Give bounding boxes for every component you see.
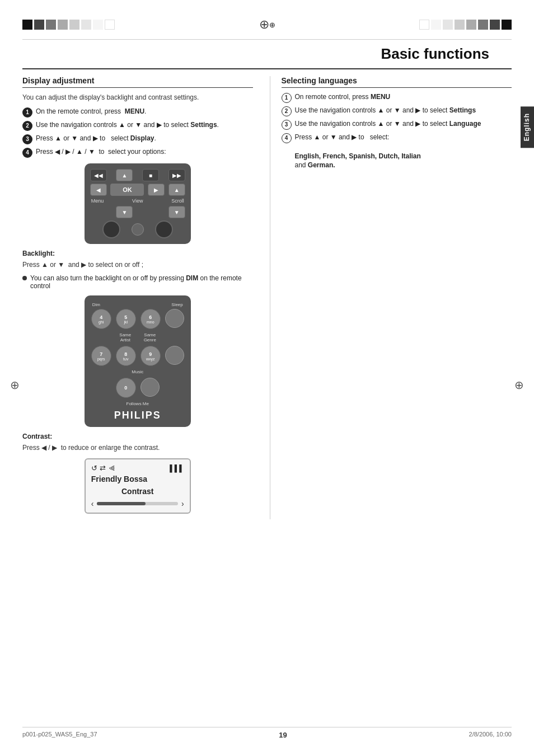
- step-4-num: 4: [22, 148, 32, 158]
- scroll-up-btn: ▲: [168, 184, 185, 196]
- key-0: 0: [116, 378, 136, 398]
- r-step-3-text: Use the navigation controls ▲ or ▼ and ▶…: [295, 119, 512, 129]
- step-4-text: Press ◀ / ▶ / ▲ / ▼ to select your optio…: [36, 147, 253, 157]
- stop-icon: ■: [149, 172, 152, 179]
- contrast-step-text: Press ◀ / ▶ to reduce or enlarge the con…: [22, 443, 253, 453]
- left-section-title: Display adjustment: [22, 76, 253, 88]
- same-artist-label: Same Artist: [115, 332, 135, 342]
- equalizer-icon: ⫷: [108, 464, 115, 472]
- left-section-intro: You can adjust the display's backlight a…: [22, 92, 253, 102]
- keypad-circle-3: [140, 378, 160, 397]
- page-number: 19: [279, 731, 287, 739]
- sleep-label: Sleep: [171, 302, 182, 307]
- keypad-circle-2: [165, 346, 184, 365]
- remote-bottom-row: ▼ ▼: [90, 206, 185, 218]
- display-contrast-label: Contrast: [91, 487, 184, 496]
- scroll-label: Scroll: [171, 198, 184, 204]
- backlight-bullet-text: You can also turn the backlight on or of…: [30, 274, 253, 290]
- stop-btn: ■: [142, 169, 159, 181]
- keypad-circle-1: [165, 309, 184, 328]
- dim-sleep-labels: Dim Sleep: [90, 302, 185, 307]
- contrast-slider: ‹ ›: [91, 499, 184, 508]
- footer-left-text: p001-p025_WAS5_Eng_37: [22, 731, 97, 739]
- step-3-text: Press ▲ or ▼ and ▶ to select Display.: [36, 134, 253, 143]
- step-1: 1 On the remote control, press MENU.: [22, 107, 253, 118]
- display-track-name: Friendly Bossa: [91, 475, 184, 483]
- r-step-3-num: 3: [282, 120, 292, 130]
- key-4: 4 ghi: [91, 309, 111, 329]
- key-6: 6 mno: [140, 309, 161, 329]
- left-arrow-icon: ◀: [96, 187, 101, 193]
- music-label: Music: [132, 369, 143, 374]
- slider-fill: [97, 502, 146, 505]
- header-bar: ⊕: [0, 0, 534, 39]
- step-4: 4 Press ◀ / ▶ / ▲ / ▼ to select your opt…: [22, 147, 253, 158]
- menu-label: Menu: [91, 198, 104, 204]
- right-arrow-icon: ▶: [154, 187, 158, 193]
- display-box: ↺ ⇄ ⫷ ▌▌▌ Friendly Bossa Contrast ‹ ›: [85, 458, 191, 514]
- right-btn: ▶: [148, 184, 165, 196]
- remote-nav-top-row: ◀◀ ▲ ■ ▶▶: [90, 169, 185, 181]
- philips-logo: PHILIPS: [90, 410, 185, 421]
- remote-labels: Menu View Scroll: [90, 198, 185, 204]
- title-underline: [22, 68, 512, 69]
- rewind-icon: ◀◀: [94, 172, 103, 179]
- footer: p001-p025_WAS5_Eng_37 19 2/8/2006, 10:00: [0, 727, 534, 739]
- follows-me-label: Follows Me: [127, 401, 149, 406]
- fast-forward-btn: ▶▶: [168, 169, 185, 181]
- r-step-3: 3 Use the navigation controls ▲ or ▼ and…: [282, 119, 512, 130]
- keypad-row-1: 4 ghi 5 jkl 6 mno: [90, 309, 185, 329]
- step-3-num: 3: [22, 134, 32, 144]
- key-5: 5 jkl: [116, 309, 136, 329]
- dim-label: Dim: [92, 302, 100, 307]
- shuffle-icon: ⇄: [100, 464, 106, 472]
- main-content: Display adjustment You can adjust the di…: [22, 76, 512, 519]
- fast-forward-icon: ▶▶: [172, 172, 181, 179]
- slider-track: [97, 502, 178, 505]
- view-label: View: [132, 198, 143, 204]
- r-step-1: 1 On remote control, press MENU: [282, 92, 512, 103]
- key-8: 8 tuv: [116, 346, 136, 366]
- step-2-num: 2: [22, 121, 32, 131]
- same-artist-genre-labels: Same Artist Same Genre: [90, 332, 185, 342]
- same-genre-label: Same Genre: [140, 332, 160, 342]
- crosshair-mid-left: ⊕: [10, 378, 20, 392]
- right-column: Selecting languages 1 On remote control,…: [270, 76, 512, 519]
- key-7: 7 pqrs: [91, 346, 111, 366]
- r-step-2-num: 2: [282, 106, 292, 116]
- display-top-icons: ↺ ⇄ ⫷ ▌▌▌: [91, 464, 184, 472]
- slider-left-arrow: ‹: [91, 499, 94, 508]
- crosshair-mid-right: ⊕: [514, 378, 524, 392]
- step-3: 3 Press ▲ or ▼ and ▶ to select Display.: [22, 134, 253, 144]
- left-column: Display adjustment You can adjust the di…: [22, 76, 253, 519]
- music-label-row: Music: [90, 369, 185, 374]
- crosshair-top-left: ⊕: [259, 17, 275, 32]
- step-2-text: Use the navigation controls ▲ or ▼ and ▶…: [36, 120, 253, 130]
- center-circle-btn: [132, 223, 144, 236]
- rewind-btn: ◀◀: [90, 169, 107, 181]
- left-circle-btn: [102, 220, 120, 238]
- remote-navigation-image: ◀◀ ▲ ■ ▶▶ ◀ OK ▶ ▲ Menu View Scroll ▼ ▼: [85, 163, 191, 244]
- slider-right-arrow: ›: [181, 499, 184, 508]
- r-step-1-text: On remote control, press MENU: [295, 92, 512, 102]
- english-tab: English: [521, 106, 534, 148]
- step-1-text: On the remote control, press MENU.: [36, 107, 253, 116]
- languages-bold: English, French, Spanish, Dutch, Italian: [295, 152, 421, 160]
- follows-me-label-row: Follows Me: [90, 401, 185, 406]
- contrast-title: Contrast:: [22, 433, 253, 440]
- down-btn: ▼: [116, 206, 133, 218]
- footer-content: p001-p025_WAS5_Eng_37 19 2/8/2006, 10:00: [22, 731, 512, 739]
- bullet-icon: [22, 276, 27, 280]
- keypad-row-3: 0: [90, 378, 185, 398]
- header-pattern-right: [419, 20, 512, 30]
- scroll-down-icon: ▼: [174, 209, 180, 215]
- r-step-2: 2 Use the navigation controls ▲ or ▼ and…: [282, 106, 512, 116]
- repeat-icon: ↺: [91, 464, 97, 472]
- header-pattern-left: [22, 20, 115, 30]
- key-9: 9 wxyz: [140, 346, 161, 366]
- up-arrow-icon: ▲: [121, 172, 127, 179]
- r-step-4-text: Press ▲ or ▼ and ▶ to select: English, F…: [295, 133, 512, 170]
- left-btn: ◀: [90, 184, 107, 196]
- r-step-4: 4 Press ▲ or ▼ and ▶ to select: English,…: [282, 133, 512, 170]
- up-btn: ▲: [116, 169, 133, 181]
